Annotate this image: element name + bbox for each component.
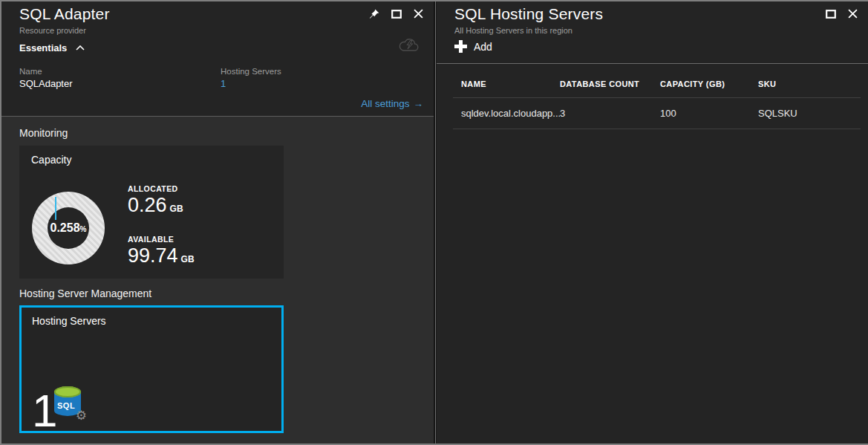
blade-content-area: Monitoring Capacity 0.258% ALLOCATED 0.2… — [1, 117, 434, 444]
cloud-lightning-icon[interactable] — [398, 37, 420, 53]
sql-database-icon: SQL ⚙ — [54, 386, 81, 419]
sql-icon-label: SQL — [57, 401, 75, 410]
maximize-icon[interactable] — [391, 8, 402, 19]
column-header-name: NAME — [461, 76, 560, 97]
column-header-database-count: DATABASE COUNT — [560, 76, 660, 97]
blade-title: SQL Hosting Servers — [454, 5, 603, 23]
window-left-border — [0, 0, 1, 445]
pin-icon[interactable] — [368, 8, 379, 19]
cell-server-name[interactable]: sqldev.local.cloudapp.... — [461, 98, 560, 129]
hosting-servers-tile[interactable]: Hosting Servers 1 SQL ⚙ — [19, 305, 284, 433]
allocated-value: 0.26GB — [128, 194, 183, 217]
donut-hole: 0.258% — [48, 207, 89, 249]
capacity-tile-title: Capacity — [31, 154, 71, 166]
sql-adapter-blade: SQL Adapter Resource provider Essentials… — [1, 1, 434, 444]
toolbar-divider — [437, 63, 868, 64]
cell-capacity[interactable]: 100 — [660, 98, 758, 129]
essentials-label: Essentials — [19, 42, 67, 53]
plus-icon — [454, 40, 467, 53]
column-header-sku: SKU — [758, 76, 861, 97]
chevron-up-icon — [76, 45, 85, 51]
field-label: Name — [19, 67, 73, 76]
monitoring-heading: Monitoring — [19, 127, 68, 139]
available-metric: AVAILABLE 99.74GB — [128, 235, 195, 267]
available-label: AVAILABLE — [128, 235, 195, 244]
column-header-capacity: CAPACITY (GB) — [660, 76, 758, 97]
cell-sku[interactable]: SQLSKU — [758, 98, 861, 129]
field-value: SQLAdapter — [19, 78, 73, 89]
field-value-link[interactable]: 1 — [221, 78, 281, 89]
allocated-label: ALLOCATED — [128, 184, 183, 193]
essentials-toggle[interactable]: Essentials — [19, 42, 85, 53]
sql-hosting-servers-blade: SQL Hosting Servers All Hosting Servers … — [437, 1, 868, 444]
table-divider — [453, 129, 861, 129]
blade-subtitle: All Hosting Servers in this region — [454, 26, 572, 35]
hosting-servers-table: NAME DATABASE COUNT CAPACITY (GB) SKU sq… — [461, 76, 861, 129]
add-button-label: Add — [474, 41, 492, 53]
blade-subtitle: Resource provider — [19, 26, 86, 35]
hosting-tile-title: Hosting Servers — [32, 315, 106, 327]
allocated-metric: ALLOCATED 0.26GB — [128, 184, 183, 217]
capacity-donut-chart: 0.258% — [32, 192, 105, 264]
cell-database-count[interactable]: 3 — [560, 98, 660, 129]
all-settings-link[interactable]: All settings→ — [361, 98, 423, 109]
gear-icon: ⚙ — [76, 409, 87, 422]
add-button[interactable]: Add — [454, 40, 492, 53]
blade-title: SQL Adapter — [19, 5, 110, 23]
available-value: 99.74GB — [128, 244, 195, 267]
capacity-tile[interactable]: Capacity 0.258% ALLOCATED 0.26GB AVAILAB… — [19, 146, 284, 279]
donut-center-value: 0.258% — [50, 221, 87, 235]
essentials-field-name: Name SQLAdapter — [19, 67, 73, 89]
window-top-border — [0, 0, 868, 1]
field-label: Hosting Servers — [221, 67, 281, 76]
hosting-server-management-heading: Hosting Server Management — [19, 288, 151, 299]
blade-separator — [434, 1, 436, 444]
maximize-icon[interactable] — [825, 8, 836, 19]
sql-cylinder-top — [54, 386, 81, 397]
table-header-row: NAME DATABASE COUNT CAPACITY (GB) SKU — [461, 76, 861, 97]
arrow-right-icon: → — [414, 98, 424, 109]
close-icon[interactable] — [413, 8, 424, 19]
close-icon[interactable] — [847, 8, 858, 19]
table-row[interactable]: sqldev.local.cloudapp.... 3 100 SQLSKU — [461, 98, 861, 129]
essentials-field-hosting-servers: Hosting Servers 1 — [221, 67, 281, 89]
donut-usage-tick — [55, 197, 56, 220]
